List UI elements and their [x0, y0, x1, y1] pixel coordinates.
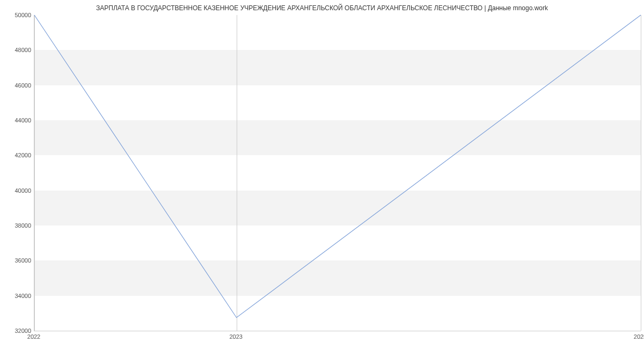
y-tick-label: 44000 — [4, 117, 31, 123]
x-gridline — [641, 15, 641, 331]
x-tick-label: 2022 — [27, 333, 40, 340]
chart-container: ЗАРПЛАТА В ГОСУДАРСТВЕННОЕ КАЗЕННОЕ УЧРЕ… — [0, 0, 644, 349]
y-tick-label: 36000 — [4, 257, 31, 264]
x-tick-label: 2025 — [634, 333, 644, 340]
y-tick-label: 34000 — [4, 293, 31, 299]
y-tick-label: 46000 — [4, 82, 31, 89]
y-tick-label: 40000 — [4, 187, 31, 194]
y-tick-label: 42000 — [4, 152, 31, 158]
y-tick-label: 50000 — [4, 12, 31, 18]
plot-area — [34, 15, 641, 331]
y-tick-label: 48000 — [4, 47, 31, 53]
x-tick-label: 2023 — [229, 333, 242, 340]
line-series — [34, 15, 641, 331]
y-tick-label: 38000 — [4, 222, 31, 229]
chart-title: ЗАРПЛАТА В ГОСУДАРСТВЕННОЕ КАЗЕННОЕ УЧРЕ… — [0, 4, 644, 12]
